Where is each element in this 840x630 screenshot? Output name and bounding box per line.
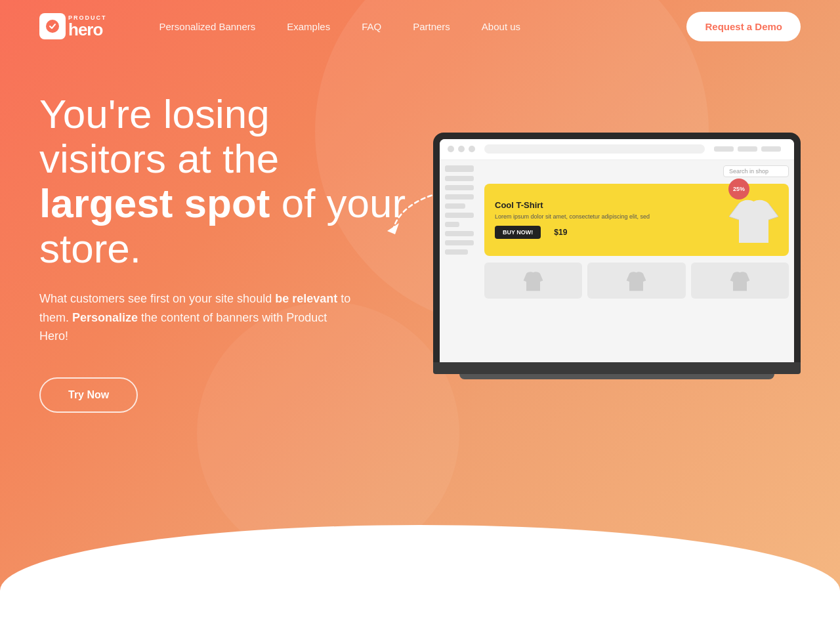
request-demo-button[interactable]: Request a Demo [686, 12, 801, 41]
screen-main: Search in shop 25% Cool T-Shirt Lorem ip… [479, 160, 794, 362]
navigation: PRODUCT hero Personalized Banners Exampl… [0, 0, 840, 52]
hero-subtitle-part1: What customers see first on your site sh… [39, 292, 275, 305]
banner-price: $19 [554, 228, 567, 237]
hero-title: You're losing visitors at the largest sp… [39, 92, 407, 271]
hero-section: You're losing visitors at the largest sp… [0, 52, 840, 413]
screen-dot-1 [448, 146, 454, 152]
screen-search: Search in shop [723, 165, 789, 177]
logo-hero-label: hero [68, 21, 107, 38]
laptop-screen-body: Search in shop 25% Cool T-Shirt Lorem ip… [433, 133, 801, 362]
screen-sidebar [440, 160, 479, 362]
banner-card: 25% Cool T-Shirt Lorem ipsum dolor sit a… [484, 184, 789, 256]
hero-subtitle-bold1: be relevant [275, 292, 337, 305]
nav-examples[interactable]: Examples [287, 21, 330, 32]
svg-marker-1 [387, 223, 399, 234]
nav-links: Personalized Banners Examples FAQ Partne… [159, 21, 521, 32]
banner-desc: Lorem ipsum dolor sit amet, consectetur … [495, 213, 721, 221]
product-grid [484, 262, 789, 299]
try-now-button[interactable]: Try Now [39, 377, 138, 413]
nav-faq[interactable]: FAQ [362, 21, 381, 32]
banner-info: Cool T-Shirt Lorem ipsum dolor sit amet,… [495, 200, 721, 240]
banner-title: Cool T-Shirt [495, 200, 721, 210]
screen-dot-2 [458, 146, 465, 152]
product-2 [587, 262, 685, 299]
laptop-screen: Search in shop 25% Cool T-Shirt Lorem ip… [440, 139, 794, 362]
hero-left: You're losing visitors at the largest sp… [39, 92, 407, 413]
hero-subtitle-bold2: Personalize [72, 311, 138, 324]
screen-topbar [440, 139, 794, 160]
nav-partners[interactable]: Partners [413, 21, 450, 32]
banner-buy-button[interactable]: BUY NOW! [495, 226, 541, 239]
laptop-foot [459, 374, 774, 379]
screen-dot-3 [469, 146, 475, 152]
hero-title-bold: largest spot [39, 180, 270, 226]
logo-icon [39, 13, 66, 39]
nav-personalized-banners[interactable]: Personalized Banners [159, 21, 256, 32]
laptop-illustration: Search in shop 25% Cool T-Shirt Lorem ip… [433, 133, 801, 379]
svg-point-0 [46, 20, 59, 33]
tshirt-illustration [729, 194, 778, 246]
laptop-base [433, 362, 801, 374]
logo[interactable]: PRODUCT hero [39, 13, 107, 39]
screen-body: Search in shop 25% Cool T-Shirt Lorem ip… [440, 160, 794, 362]
product-3 [691, 262, 789, 299]
hero-title-part1: You're losing visitors at the [39, 91, 279, 181]
bottom-wave [0, 525, 840, 630]
hero-subtitle: What customers see first on your site sh… [39, 289, 354, 346]
nav-about-us[interactable]: About us [482, 21, 520, 32]
product-1 [484, 262, 582, 299]
hero-right: Search in shop 25% Cool T-Shirt Lorem ip… [433, 126, 801, 379]
banner-badge: 25% [728, 178, 749, 200]
logo-text: PRODUCT hero [68, 15, 107, 38]
